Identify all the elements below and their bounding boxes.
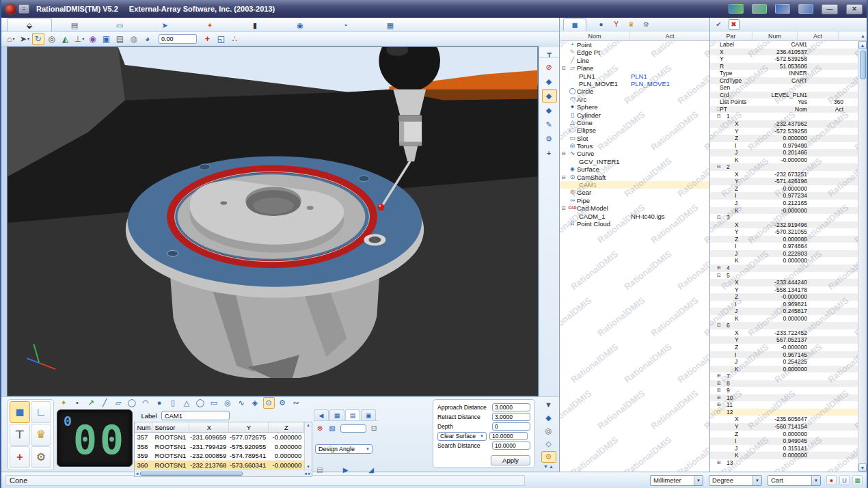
curve-tool-button[interactable]: ∿	[236, 397, 247, 409]
property-row[interactable]: □ PT Nom Act	[710, 106, 867, 113]
property-row[interactable]: Y -560.714154	[710, 423, 867, 431]
property-row[interactable]: List Points Yes 360	[710, 98, 867, 106]
point-count-input[interactable]	[340, 424, 366, 433]
grid-status-icon[interactable]: ▦	[852, 475, 863, 485]
view-eye-button[interactable]: ◉	[87, 33, 99, 45]
record-status-icon[interactable]: ●	[826, 475, 837, 485]
tree-item[interactable]: PLN_MOVE1 PLN_MOVE1	[560, 80, 709, 87]
property-row[interactable]: I 0.967145	[710, 351, 867, 359]
coordinate-axes-button[interactable]: +	[10, 446, 30, 468]
expander-icon[interactable]: ⊟	[562, 174, 568, 181]
property-row[interactable]: J 0.201466	[710, 149, 867, 157]
expander-icon[interactable]: ⊟	[717, 214, 721, 221]
screen-tab[interactable]: ▣	[361, 409, 376, 420]
property-row[interactable]: K -0.000000	[710, 157, 867, 164]
model-view-tab[interactable]: ◼	[563, 18, 586, 31]
property-row[interactable]: ⊞ 8	[710, 380, 867, 388]
rotate-view-button[interactable]: ↻	[32, 33, 44, 45]
probe-adjust-button[interactable]: ⚙	[542, 132, 557, 146]
expander-icon[interactable]: ⊞	[717, 265, 721, 272]
property-row[interactable]: K 0.000000	[710, 452, 867, 459]
expander-icon[interactable]: ⊞	[717, 459, 721, 467]
probe-set-button[interactable]: ◆	[541, 412, 556, 424]
tab-tolerance[interactable]: ✦	[187, 18, 232, 31]
property-row[interactable]: K 0.000000	[710, 315, 867, 323]
property-row[interactable]: □ 12	[710, 409, 867, 416]
property-row[interactable]: Y -558.134178	[710, 286, 867, 294]
property-row[interactable]: J 0.315141	[710, 445, 867, 452]
rail-scroll-arrows[interactable]: ▼▲	[543, 464, 554, 469]
table-vertical-scrollbar[interactable]: ▲▼	[304, 422, 312, 470]
probe-move-button[interactable]: +	[542, 146, 557, 160]
probe-count-button[interactable]: ⊡	[369, 423, 379, 433]
tree-item[interactable]: ⊟ ∿ Curve	[560, 150, 709, 157]
property-row[interactable]: J 0.245817	[710, 308, 867, 315]
axis-align-button[interactable]: ⊥▾	[73, 33, 85, 45]
probe-pick-active-button[interactable]: ◆	[542, 89, 557, 103]
probe-pick-alt-button[interactable]: ◆	[542, 103, 557, 117]
delete-x-icon[interactable]: ✖	[729, 19, 740, 30]
tree-item[interactable]: CAM1	[560, 181, 709, 189]
controller-icon[interactable]	[729, 4, 744, 14]
property-row[interactable]: Type INNER	[710, 70, 867, 77]
tree-item[interactable]: ◯ Ellipse	[560, 126, 709, 134]
jog-box-icon[interactable]	[798, 4, 813, 14]
property-row[interactable]: ⊟ 6	[710, 322, 867, 329]
property-row[interactable]: Z -0.000000	[710, 293, 867, 301]
measure-table-row[interactable]: 358 ROOTSN1 -231.799429 -575.920955 0.00…	[135, 442, 312, 452]
machine-tools-button[interactable]: ⚙	[31, 446, 51, 468]
tree-item[interactable]: ▯ Cylinder	[560, 111, 709, 119]
scroll-up-button[interactable]: ▲	[858, 41, 867, 49]
property-row[interactable]: CrdType CART	[710, 77, 867, 85]
pin-icon[interactable]: ┳	[539, 48, 559, 58]
view-cube-button[interactable]: ◼	[10, 401, 30, 423]
expander-icon[interactable]: ⊟	[717, 322, 721, 329]
property-row[interactable]: X -232.919496	[710, 221, 867, 229]
property-row[interactable]: Label CAM1	[710, 41, 867, 49]
property-row[interactable]: Sen	[710, 84, 867, 92]
property-row[interactable]: Z -0.000000	[710, 344, 867, 351]
tree-item[interactable]: ∾ Pipe	[560, 197, 709, 204]
model-ball-icon[interactable]: ●	[596, 19, 607, 30]
props-scrollbar[interactable]: ▲ ▼	[858, 41, 867, 472]
measure-table-row[interactable]: 360 ROOTSN1 -232.213768 -573.660341 -0.0…	[135, 461, 312, 470]
pick-sphere-button[interactable]: ◕	[141, 33, 154, 45]
tree-item[interactable]: ◈ Surface	[560, 165, 709, 173]
cylinder-tool-button[interactable]: ▯	[167, 397, 179, 409]
property-row[interactable]: X -233.444240	[710, 279, 867, 286]
tab-machine[interactable]: ⬙	[7, 18, 52, 31]
cursor-button[interactable]: ➤▾	[18, 33, 31, 45]
tree-item[interactable]: ◯ Circle	[560, 87, 709, 95]
unit-length-select[interactable]: Millimeter▼	[650, 475, 703, 486]
form-input[interactable]	[492, 442, 530, 450]
tab-probe[interactable]: ▮	[232, 18, 277, 31]
property-row[interactable]: J 0.222803	[710, 250, 867, 258]
scrollbar-thumb[interactable]	[140, 472, 243, 476]
property-row[interactable]: Y -571.426196	[710, 178, 867, 185]
magnify-button[interactable]: ◎	[541, 425, 556, 437]
property-row[interactable]: R 51.053606	[710, 63, 867, 70]
property-row[interactable]: ⊟ 1	[710, 113, 867, 120]
form-input[interactable]	[492, 422, 530, 431]
property-row[interactable]: X 236.410537	[710, 49, 867, 56]
export-button[interactable]: ▤	[315, 465, 325, 475]
property-row[interactable]: Y -572.539258	[710, 55, 867, 63]
tab-file[interactable]: ▤	[52, 18, 97, 31]
tools-icon[interactable]	[752, 4, 767, 14]
property-row[interactable]: Y -572.539258	[710, 128, 867, 135]
ellipse-tool-button[interactable]: ◯	[195, 397, 206, 409]
property-row[interactable]: Z 0.000000	[710, 185, 867, 193]
property-row[interactable]: ⊞ 10	[710, 394, 867, 402]
slot-tool-button[interactable]: ▭	[208, 397, 220, 409]
crosshair-button[interactable]: +	[202, 33, 214, 45]
tree-item[interactable]: ⠿ Point Cloud	[560, 220, 709, 228]
tab-report[interactable]: ◔	[323, 18, 368, 31]
property-row[interactable]: K -0.000000	[710, 207, 867, 215]
table-horizontal-scrollbar[interactable]: ◄◄►	[135, 470, 312, 476]
zoom-region-button[interactable]: ◎	[46, 33, 58, 45]
expander-icon[interactable]: ⊟	[562, 204, 568, 212]
property-row[interactable]: I 0.969821	[710, 301, 867, 308]
fixture-button[interactable]: ∟	[31, 401, 51, 423]
expander-icon[interactable]: ⊞	[717, 394, 721, 402]
property-row[interactable]: ⊞ 9	[710, 387, 867, 394]
